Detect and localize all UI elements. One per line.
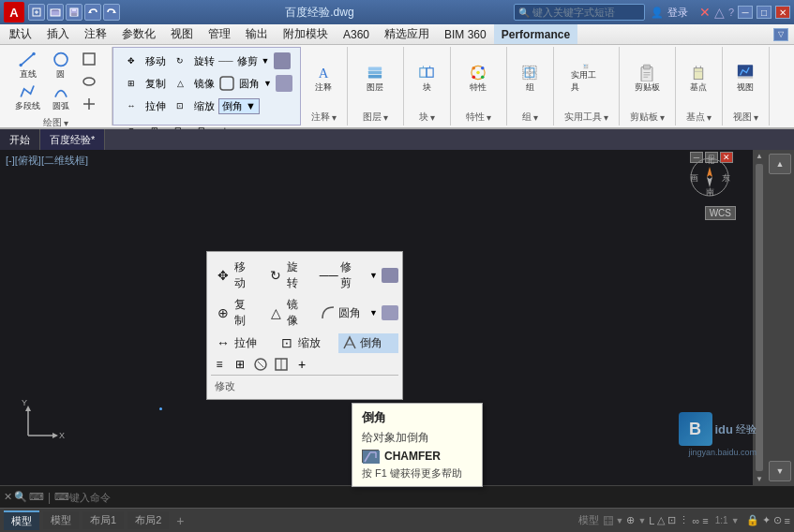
mirror-item[interactable]: △ 镜像	[263, 295, 312, 331]
fillet-btn[interactable]	[218, 75, 235, 92]
cmd-close-icon[interactable]: ✕	[4, 491, 12, 503]
scroll-thumb[interactable]	[756, 164, 763, 471]
draw-tool-5[interactable]	[79, 49, 99, 69]
dd-icon-2[interactable]: ⊞	[232, 356, 248, 373]
line-tool[interactable]: 直线	[13, 51, 43, 81]
fillet-arrow[interactable]: ▼	[369, 308, 378, 318]
layout1-tab[interactable]: 模型	[43, 511, 79, 529]
osnap-icon[interactable]: ⊡	[667, 514, 676, 526]
otrack-icon[interactable]: ∞	[692, 515, 699, 526]
ortho-icon[interactable]: L	[649, 515, 654, 526]
utility-tool[interactable]: 实用工具	[571, 64, 601, 94]
polar-icon[interactable]: △	[657, 514, 665, 526]
title-open-btn[interactable]	[47, 4, 64, 21]
title-redo-btn[interactable]	[103, 4, 120, 21]
menu-default[interactable]: 默认	[2, 24, 39, 44]
scale-dropdown[interactable]: ▼	[731, 516, 740, 525]
title-new-btn[interactable]	[28, 4, 45, 21]
chamfer-item[interactable]: 倒角	[338, 333, 398, 353]
login-label[interactable]: 登录	[667, 6, 688, 20]
layout2-tab-label[interactable]: 布局2	[127, 511, 169, 529]
fillet-extra[interactable]	[276, 75, 292, 92]
canvas[interactable]: [-][俯视][二维线框] ─ □ ✕ 北 南 东 画	[0, 150, 766, 485]
title-undo-btn[interactable]	[84, 4, 101, 21]
move-tool[interactable]: ✥	[121, 51, 142, 71]
fillet-item[interactable]: 圆角	[317, 303, 366, 323]
copy-tool[interactable]: ⊞	[121, 73, 142, 94]
snap-icon[interactable]: ⊕	[626, 514, 635, 526]
draw-tool-6[interactable]	[79, 71, 99, 92]
minimize-button[interactable]: ─	[738, 6, 753, 19]
right-btn-1[interactable]: ▲	[769, 154, 791, 174]
chamfer-tool-ribbon[interactable]: 倒角 ▼	[218, 98, 260, 114]
scale-tool[interactable]: ⊡	[170, 96, 190, 116]
lineweight-icon[interactable]: ≡	[702, 515, 708, 526]
rotate-tool[interactable]: ↻	[170, 51, 190, 71]
view-tool[interactable]: 视图	[730, 64, 760, 94]
block-tool[interactable]: 块	[412, 64, 442, 94]
polyline-tool[interactable]: 多段线	[13, 82, 43, 112]
stretch-tool[interactable]: ↔	[121, 96, 142, 116]
add-layout-btn[interactable]: +	[172, 513, 187, 528]
menu-bim360[interactable]: BIM 360	[437, 24, 494, 44]
fillet-ext[interactable]	[382, 305, 398, 320]
annotation-tool[interactable]: A 注释	[308, 64, 338, 94]
layer-tool[interactable]: 图层	[360, 64, 390, 94]
cmd-search-icon[interactable]: 🔍	[14, 491, 27, 503]
scroll-down[interactable]: ▼	[756, 475, 763, 483]
cmd-kbd-icon[interactable]: ⌨	[29, 491, 44, 503]
menu-parametric[interactable]: 参数化	[114, 24, 163, 44]
trim-arrow[interactable]: ▼	[369, 271, 378, 280]
dd-icon-1[interactable]: ≡	[211, 356, 228, 373]
rotate-item[interactable]: ↻ 旋转	[263, 258, 312, 293]
clipboard-tool[interactable]: 剪贴板	[632, 64, 662, 94]
trim-extra[interactable]	[274, 52, 291, 69]
circle-tool[interactable]: 圆	[46, 51, 76, 81]
menu-performance[interactable]: Performance	[494, 24, 577, 44]
stretch-item[interactable]: ↔ 拉伸	[211, 332, 271, 353]
move-item[interactable]: ✥ 移动	[211, 258, 260, 293]
isolate-icon[interactable]: ⊙	[773, 514, 782, 526]
help-icon[interactable]: ?	[728, 7, 734, 18]
scale-item[interactable]: ⊡ 缩放	[275, 332, 335, 353]
dd-icon-3[interactable]	[252, 356, 269, 373]
search-bar[interactable]: 🔍 键入关键字式短语	[514, 4, 645, 21]
menu-insert[interactable]: 插入	[39, 24, 77, 44]
layout1-tab-label[interactable]: 布局1	[82, 511, 124, 529]
trim-ext[interactable]	[382, 268, 398, 283]
group-tool[interactable]: 组	[515, 64, 545, 94]
lock-icon[interactable]: 🔒	[746, 514, 759, 526]
menu-output[interactable]: 输出	[238, 24, 276, 44]
snap-dropdown[interactable]: ▼	[637, 516, 646, 525]
menu-annotation[interactable]: 注释	[77, 24, 114, 44]
hardware-icon[interactable]: ✦	[762, 514, 771, 526]
draw-tool-7[interactable]	[79, 94, 99, 114]
ribbon-minimize-btn[interactable]: ▽	[773, 28, 788, 41]
title-save-btn[interactable]	[66, 4, 82, 21]
trim-item[interactable]: ── 修剪	[317, 258, 366, 293]
menu-a360[interactable]: A360	[336, 24, 377, 44]
grid-icon[interactable]	[604, 516, 613, 525]
3dsnap-icon[interactable]: ⋮	[679, 514, 689, 526]
command-input[interactable]	[69, 492, 790, 503]
right-btn-2[interactable]: ▼	[769, 461, 791, 481]
basepoint-tool[interactable]: 基点	[683, 64, 713, 94]
menu-view[interactable]: 视图	[163, 24, 201, 44]
window-close-button[interactable]: ✕	[775, 6, 790, 19]
properties-tool[interactable]: 特性	[463, 64, 493, 94]
maximize-button[interactable]: □	[757, 6, 772, 19]
mirror-tool[interactable]: △	[170, 73, 190, 94]
settings-icon[interactable]: ≡	[785, 515, 790, 526]
model-tab[interactable]: 模型	[4, 510, 39, 530]
menu-featured[interactable]: 精选应用	[377, 24, 437, 44]
arc-tool[interactable]: 圆弧	[46, 82, 76, 112]
menu-manage[interactable]: 管理	[201, 24, 238, 44]
dd-icon-5[interactable]: +	[293, 356, 310, 373]
copy-item[interactable]: ⊕ 复制	[211, 295, 260, 331]
menu-addons[interactable]: 附加模块	[276, 24, 336, 44]
dd-icon-4[interactable]	[273, 356, 290, 373]
grid-dropdown[interactable]: ▼	[616, 516, 624, 525]
scroll-up[interactable]: ▲	[756, 152, 763, 160]
tab-start[interactable]: 开始	[0, 129, 40, 150]
tab-document[interactable]: 百度经验*	[40, 129, 105, 150]
